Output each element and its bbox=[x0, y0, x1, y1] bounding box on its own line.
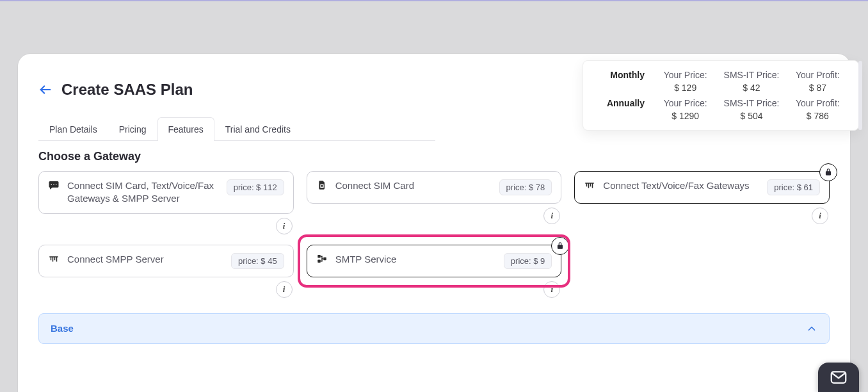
gateway-title: Connect Text/Voice/Fax Gateways bbox=[603, 179, 759, 192]
page-title: Create SAAS Plan bbox=[61, 81, 193, 99]
tab-trial-credits[interactable]: Trial and Credits bbox=[214, 117, 301, 141]
info-icon[interactable]: i bbox=[276, 218, 293, 234]
lock-icon bbox=[819, 163, 837, 181]
gateway-section-title: Choose a Gateway bbox=[38, 150, 830, 163]
pricing-summary-panel: Monthly Your Price: $ 129 SMS-IT Price: … bbox=[583, 60, 859, 131]
svg-rect-2 bbox=[317, 259, 321, 263]
pricing-profit-monthly: Your Profit: $ 87 bbox=[787, 70, 848, 93]
gateway-price: price: $ 78 bbox=[499, 179, 552, 195]
mail-icon bbox=[829, 368, 848, 387]
gateway-card[interactable]: Connect SIM Card, Text/Voice/Fax Gateway… bbox=[38, 171, 294, 214]
pricing-smsit-price-monthly: SMS-IT Price: $ 42 bbox=[721, 70, 782, 93]
gateway-price: price: $ 9 bbox=[504, 253, 552, 269]
gateway-option-sim-text-voice-fax-smpp: Connect SIM Card, Text/Voice/Fax Gateway… bbox=[38, 171, 294, 234]
gateway-card[interactable]: Connect Text/Voice/Fax Gateways price: $… bbox=[574, 171, 830, 204]
pricing-period-monthly: Monthly bbox=[596, 70, 650, 80]
pricing-smsit-price-annually: SMS-IT Price: $ 504 bbox=[721, 98, 782, 121]
gateway-card[interactable]: Connect SIM Card price: $ 78 bbox=[307, 171, 562, 204]
gateway-title: Connect SIM Card, Text/Voice/Fax Gateway… bbox=[67, 179, 219, 206]
info-icon[interactable]: i bbox=[543, 208, 560, 224]
gateway-icon bbox=[584, 179, 595, 191]
gateway-title: Connect SIM Card bbox=[335, 179, 492, 192]
accordion-base[interactable]: Base bbox=[38, 313, 830, 344]
svg-rect-1 bbox=[317, 255, 321, 258]
gateway-option-smtp-service: SMTP Service price: $ 9 i bbox=[307, 245, 562, 298]
tab-features[interactable]: Features bbox=[157, 117, 214, 141]
chat-fab[interactable] bbox=[818, 363, 859, 392]
sim-icon bbox=[316, 179, 328, 191]
pricing-profit-annually: Your Profit: $ 786 bbox=[787, 98, 848, 121]
pricing-row-annually: Annually Your Price: $ 1290 SMS-IT Price… bbox=[596, 98, 848, 121]
lock-icon bbox=[551, 237, 569, 255]
gateway-price: price: $ 112 bbox=[227, 179, 284, 195]
message-icon bbox=[48, 179, 60, 191]
gateway-option-sim-card: Connect SIM Card price: $ 78 i bbox=[307, 171, 562, 234]
accordion-label: Base bbox=[51, 323, 74, 334]
info-icon[interactable]: i bbox=[543, 281, 560, 298]
page-card: Monthly Your Price: $ 129 SMS-IT Price: … bbox=[18, 54, 850, 392]
gateway-option-text-voice-fax: Connect Text/Voice/Fax Gateways price: $… bbox=[574, 171, 830, 234]
gateway-option-smpp-server: Connect SMPP Server price: $ 45 i bbox=[38, 245, 294, 298]
tab-plan-details[interactable]: Plan Details bbox=[38, 117, 108, 141]
info-icon[interactable]: i bbox=[276, 281, 293, 298]
gateway-card[interactable]: SMTP Service price: $ 9 bbox=[307, 245, 562, 277]
gateway-icon bbox=[48, 253, 60, 265]
pricing-your-price-monthly: Your Price: $ 129 bbox=[655, 70, 716, 93]
gateway-title: Connect SMPP Server bbox=[67, 253, 223, 266]
pricing-your-price-annually: Your Price: $ 1290 bbox=[655, 98, 716, 121]
smtp-icon bbox=[316, 253, 328, 265]
gateway-grid: Connect SIM Card, Text/Voice/Fax Gateway… bbox=[38, 171, 830, 298]
info-icon[interactable]: i bbox=[812, 208, 828, 224]
pricing-row-monthly: Monthly Your Price: $ 129 SMS-IT Price: … bbox=[596, 70, 848, 93]
gateway-title: SMTP Service bbox=[335, 253, 496, 266]
gateway-card[interactable]: Connect SMPP Server price: $ 45 bbox=[38, 245, 294, 277]
back-arrow-icon[interactable] bbox=[38, 83, 52, 97]
svg-rect-3 bbox=[323, 257, 326, 260]
gateway-price: price: $ 45 bbox=[231, 253, 284, 269]
gateway-price: price: $ 61 bbox=[767, 179, 820, 195]
tabs: Plan Details Pricing Features Trial and … bbox=[38, 117, 435, 141]
tab-pricing[interactable]: Pricing bbox=[108, 117, 157, 141]
pricing-period-annually: Annually bbox=[596, 98, 650, 108]
chevron-up-icon bbox=[806, 323, 817, 334]
